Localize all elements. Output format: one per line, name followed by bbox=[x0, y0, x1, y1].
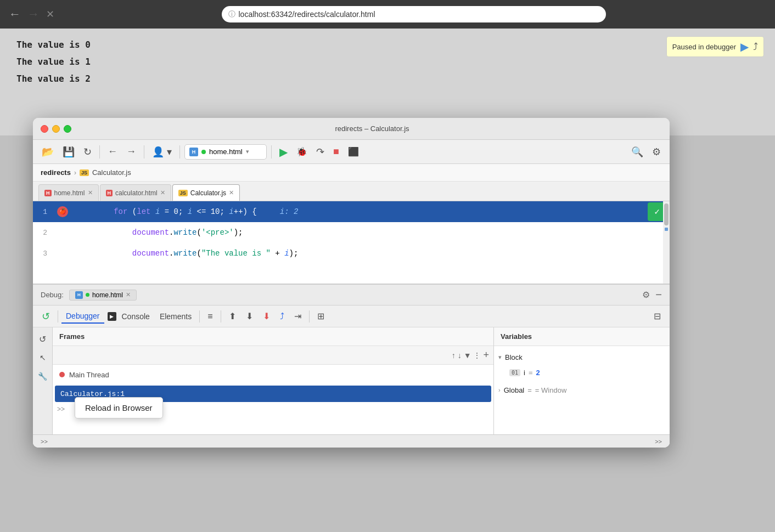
tooltip: Reload in Browser bbox=[75, 397, 163, 418]
info-icon: ⓘ bbox=[228, 9, 235, 19]
tab-calculator-js[interactable]: JS Calculator.js ✕ bbox=[172, 184, 240, 201]
debugger-tab-button[interactable]: Debugger bbox=[61, 309, 104, 324]
presentation-button[interactable]: ⬛ bbox=[345, 144, 362, 159]
close-button[interactable]: ✕ bbox=[46, 8, 54, 20]
file-type-icon: H bbox=[189, 148, 198, 156]
more-left-btn[interactable]: >> bbox=[37, 438, 51, 445]
var-i-badge: 01 bbox=[509, 369, 520, 376]
resume-button[interactable]: ▶ bbox=[740, 40, 749, 53]
tab-calculator-html[interactable]: H calculator.html ✕ bbox=[100, 184, 171, 201]
sidebar-wrench-icon[interactable]: 🔧 bbox=[36, 369, 50, 383]
green-dot bbox=[201, 150, 206, 154]
frame-more-button[interactable]: ⋮ bbox=[473, 351, 481, 360]
frame-filter-button[interactable]: ▼ bbox=[464, 351, 471, 360]
forward-button[interactable]: → bbox=[27, 7, 40, 21]
user-button[interactable]: 👤 ▾ bbox=[149, 144, 175, 160]
step-out-button[interactable]: ⬆ bbox=[224, 309, 240, 324]
layout-button[interactable]: ⊟ bbox=[649, 309, 665, 324]
calculator-html-badge: H bbox=[106, 190, 113, 196]
tab-home-icon: H bbox=[75, 291, 83, 299]
debug-bottom-bar: >> >> bbox=[33, 434, 670, 448]
grid-view-button[interactable]: ⊞ bbox=[313, 309, 329, 324]
run-to-cursor-button[interactable]: ⤴ bbox=[276, 309, 289, 324]
block-label: Block bbox=[505, 353, 523, 361]
debugger-banner: Paused in debugger ▶ ⤴ bbox=[666, 36, 764, 57]
console-tab-button[interactable]: Console bbox=[117, 310, 154, 323]
variable-i: 01 i = 2 bbox=[498, 365, 665, 380]
breadcrumb: redirects › JS Calculator.js bbox=[33, 164, 670, 182]
step-over-debug-button[interactable]: ⬇ bbox=[259, 309, 274, 324]
settings-button[interactable]: ⚙ bbox=[649, 144, 664, 160]
step-into-button[interactable]: ⬇ bbox=[242, 309, 257, 324]
minimize-traffic-light[interactable] bbox=[52, 125, 60, 133]
tab-home-html[interactable]: H home.html ✕ bbox=[38, 184, 99, 201]
frame-up-button[interactable]: ↑ bbox=[452, 351, 456, 360]
stack-button[interactable]: ≡ bbox=[203, 309, 217, 324]
dropdown-arrow: ▾ bbox=[246, 148, 249, 155]
debug-gear-button[interactable]: ⚙ bbox=[642, 290, 650, 300]
sidebar-reload-icon[interactable]: ↺ bbox=[36, 332, 50, 346]
block-group: ▾ Block bbox=[498, 349, 665, 365]
line-number-1: 1 bbox=[33, 208, 53, 216]
stop-button[interactable]: ■ bbox=[330, 144, 342, 160]
file-selector[interactable]: H home.html ▾ bbox=[184, 144, 267, 160]
step-over-toolbar-button[interactable]: ↷ bbox=[313, 144, 328, 160]
debug-tab-label: home.html bbox=[92, 291, 123, 299]
selected-file-name: home.html bbox=[209, 148, 243, 156]
reload-button[interactable]: ↻ bbox=[80, 144, 95, 160]
close-traffic-light[interactable] bbox=[41, 125, 48, 133]
debug-minus-button[interactable]: − bbox=[655, 288, 662, 301]
elements-tab-button[interactable]: Elements bbox=[155, 310, 196, 323]
ide-window: redirects – Calculator.js 📂 💾 ↻ ← → 👤 ▾ … bbox=[33, 118, 670, 448]
search-button[interactable]: 🔍 bbox=[628, 144, 647, 160]
calculator-js-close[interactable]: ✕ bbox=[229, 189, 234, 196]
debug-tab[interactable]: H home.html ✕ bbox=[69, 290, 137, 301]
run-button[interactable]: ▶ bbox=[276, 143, 291, 161]
breadcrumb-separator: › bbox=[74, 169, 76, 177]
toolbar-forward-button[interactable]: → bbox=[123, 144, 139, 160]
variables-panel: Variables ▾ Block 01 i = 2 bbox=[494, 327, 670, 434]
frame-add-button[interactable]: + bbox=[483, 349, 489, 361]
line-number-3: 3 bbox=[33, 250, 53, 258]
code-content-3: document.write("The value is " + i); bbox=[72, 240, 670, 267]
save-button[interactable]: 💾 bbox=[59, 144, 78, 160]
file-tabs: H home.html ✕ H calculator.html ✕ JS Cal… bbox=[33, 182, 670, 201]
home-html-close[interactable]: ✕ bbox=[88, 189, 93, 196]
back-button[interactable]: ← bbox=[9, 7, 21, 21]
sidebar-cursor-icon[interactable]: ↖ bbox=[36, 350, 50, 365]
block-expand-icon[interactable]: ▾ bbox=[498, 354, 502, 361]
debug-tab-close[interactable]: ✕ bbox=[126, 291, 131, 298]
debug-button[interactable]: 🐞 bbox=[293, 144, 311, 159]
console-tab-icon: ▶ bbox=[108, 312, 116, 321]
calculator-html-close[interactable]: ✕ bbox=[160, 189, 165, 196]
global-key: Global bbox=[504, 386, 525, 394]
code-scrollbar[interactable] bbox=[663, 201, 670, 284]
reload-debug-button[interactable]: ↺ bbox=[37, 308, 54, 325]
var-i-value: 2 bbox=[536, 369, 540, 377]
ide-title: redirects – Calculator.js bbox=[82, 124, 662, 133]
home-html-label: home.html bbox=[54, 189, 85, 197]
more-right-btn[interactable]: >> bbox=[652, 438, 665, 445]
global-group: › Global = = Window bbox=[498, 382, 665, 398]
open-folder-button[interactable]: 📂 bbox=[38, 144, 57, 160]
frame-down-button[interactable]: ↓ bbox=[458, 351, 462, 360]
cursor-step-button[interactable]: ⇥ bbox=[290, 309, 306, 324]
code-line-3: 3 document.write("The value is " + i); bbox=[33, 243, 670, 264]
traffic-lights bbox=[41, 125, 71, 133]
toolbar-back-button[interactable]: ← bbox=[104, 144, 121, 160]
global-expand-icon[interactable]: › bbox=[498, 387, 501, 393]
breadcrumb-file: Calculator.js bbox=[92, 168, 131, 177]
address-bar-url: localhost:63342/redirects/calculator.htm… bbox=[239, 10, 375, 19]
frames-header: Frames bbox=[53, 327, 493, 346]
maximize-traffic-light[interactable] bbox=[64, 125, 71, 133]
var-i-key: i bbox=[524, 369, 525, 377]
thread-dot bbox=[59, 372, 65, 377]
gutter-1: 🍎 bbox=[53, 206, 72, 217]
page-line-1: The value is 0 bbox=[16, 39, 759, 50]
breakpoint-icon-1[interactable]: 🍎 bbox=[57, 206, 68, 217]
home-html-badge: H bbox=[44, 190, 52, 196]
main-thread-item: Main Thread bbox=[53, 365, 493, 384]
global-equals: = bbox=[527, 386, 532, 394]
step-over-button[interactable]: ⤴ bbox=[753, 41, 758, 53]
page-line-2: The value is 1 bbox=[16, 56, 759, 67]
